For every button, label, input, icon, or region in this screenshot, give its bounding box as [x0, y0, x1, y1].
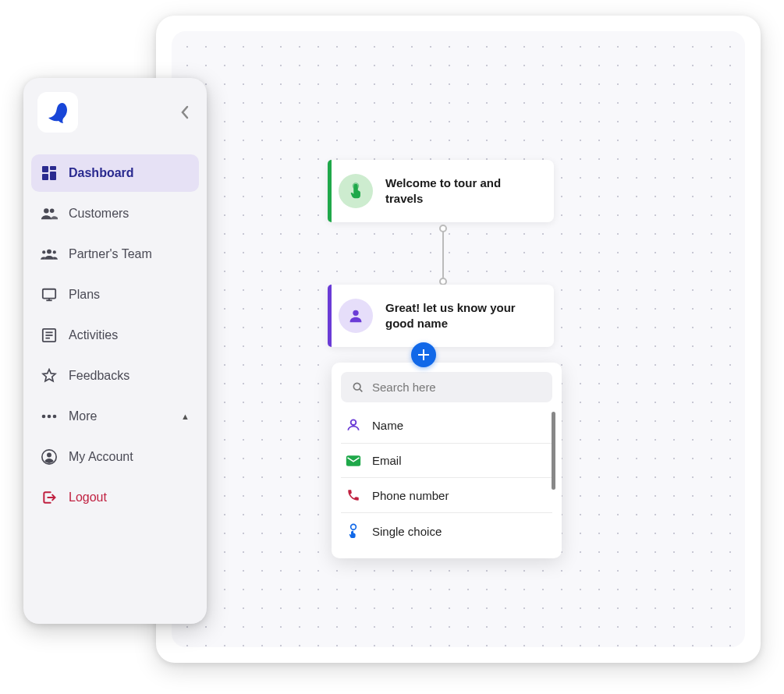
option-name[interactable]: Name [341, 407, 552, 444]
svg-rect-9 [50, 172, 56, 180]
card-welcome-text: Welcome to tour and travels [385, 175, 540, 207]
choice-icon [346, 523, 361, 539]
canvas-panel: Welcome to tour and travels Great! let u… [156, 16, 761, 663]
phone-icon [346, 488, 361, 502]
flow-connector [439, 225, 447, 285]
svg-point-6 [351, 524, 357, 529]
option-single-choice[interactable]: Single choice [341, 513, 552, 549]
option-phone[interactable]: Phone number [341, 478, 552, 513]
svg-point-15 [53, 250, 56, 253]
name-icon [346, 417, 361, 433]
options-list: Name Email [341, 407, 552, 549]
feedbacks-icon [41, 367, 58, 384]
dashboard-icon [41, 165, 58, 182]
option-label: Phone number [372, 489, 449, 502]
collapse-sidebar-button[interactable] [177, 102, 193, 122]
sidebar-item-customers[interactable]: Customers [31, 195, 199, 232]
card-name-text: Great! let us know your good name [385, 300, 540, 332]
activities-icon [41, 327, 58, 344]
plans-icon [41, 286, 58, 303]
option-label: Single choice [372, 525, 442, 538]
chevron-left-icon [180, 105, 190, 119]
email-icon [346, 455, 361, 467]
option-label: Email [372, 454, 402, 467]
sidebar-item-my-account[interactable]: My Account [31, 438, 199, 476]
svg-point-24 [48, 415, 51, 419]
logout-icon [41, 489, 58, 506]
sidebar-item-plans[interactable]: Plans [31, 276, 199, 313]
option-label: Name [372, 419, 403, 432]
sidebar-item-more[interactable]: More ▲ [31, 398, 199, 435]
sidebar-item-partners-team[interactable]: Partner's Team [31, 235, 199, 273]
flow-card-welcome[interactable]: Welcome to tour and travels [328, 160, 554, 222]
sidebar-item-label: Activities [69, 328, 118, 342]
svg-point-14 [42, 250, 45, 253]
svg-point-4 [351, 420, 357, 425]
svg-line-3 [360, 389, 362, 391]
account-icon [41, 448, 58, 466]
sidebar-item-dashboard[interactable]: Dashboard [31, 154, 199, 192]
sidebar-item-activities[interactable]: Activities [31, 317, 199, 354]
search-input[interactable]: Search here [341, 372, 552, 402]
card-accent-purple [328, 285, 332, 347]
option-email[interactable]: Email [341, 444, 552, 478]
canvas-dotgrid[interactable]: Welcome to tour and travels Great! let u… [172, 31, 745, 647]
field-type-dropdown: Search here Name [332, 363, 562, 558]
bird-logo-icon [45, 100, 70, 125]
sidebar-item-label: Dashboard [69, 166, 134, 180]
svg-rect-10 [42, 174, 48, 180]
chevron-up-icon: ▲ [181, 412, 190, 421]
scrollbar[interactable] [552, 412, 555, 490]
svg-point-25 [53, 415, 57, 419]
customers-icon [41, 205, 58, 222]
svg-point-27 [47, 453, 51, 458]
svg-point-12 [50, 209, 54, 214]
svg-rect-7 [42, 166, 48, 172]
nav-list: Dashboard Customers Partner's Team [31, 154, 199, 516]
app-logo[interactable] [37, 92, 78, 133]
svg-rect-16 [43, 289, 55, 299]
flow-card-name[interactable]: Great! let us know your good name [328, 285, 554, 347]
svg-point-13 [47, 250, 51, 254]
sidebar-item-label: Partner's Team [69, 247, 152, 261]
sidebar-item-feedbacks[interactable]: Feedbacks [31, 357, 199, 395]
svg-point-11 [44, 208, 48, 213]
tap-icon [339, 174, 373, 208]
sidebar-item-label: My Account [69, 450, 133, 464]
sidebar-item-label: Logout [69, 490, 107, 505]
svg-point-23 [42, 415, 46, 419]
search-placeholder: Search here [372, 381, 436, 394]
svg-point-1 [353, 310, 358, 316]
sidebar-item-label: More [69, 409, 97, 423]
sidebar-item-logout[interactable]: Logout [31, 479, 199, 516]
search-icon [352, 381, 364, 394]
person-icon [339, 299, 373, 333]
sidebar-item-label: Feedbacks [69, 369, 129, 383]
sidebar-item-label: Plans [69, 288, 100, 302]
svg-rect-8 [50, 166, 56, 170]
card-accent-green [328, 160, 332, 222]
svg-point-2 [353, 383, 360, 390]
sidebar: Dashboard Customers Partner's Team [23, 78, 207, 624]
add-step-button[interactable] [411, 342, 436, 367]
sidebar-item-label: Customers [69, 207, 129, 221]
team-icon [41, 246, 58, 263]
more-icon [41, 408, 58, 425]
